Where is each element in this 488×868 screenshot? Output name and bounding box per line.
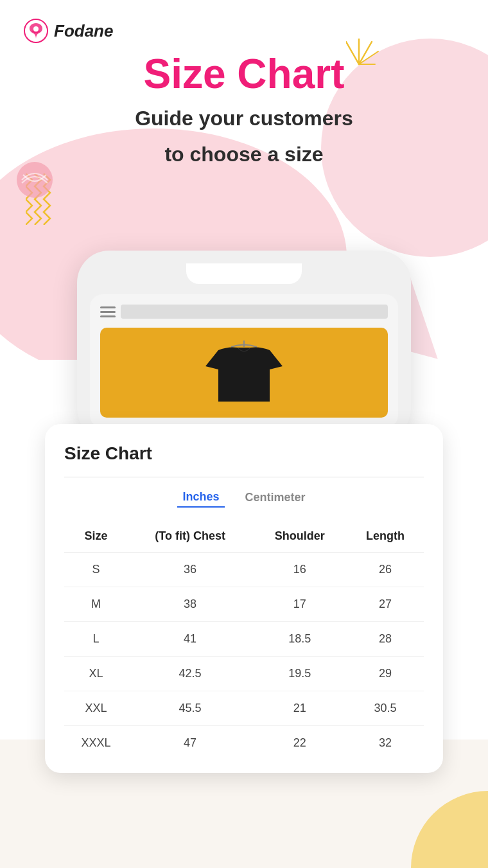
table-cell-1-0: M — [64, 587, 128, 622]
centimeter-button[interactable]: Centimeter — [240, 488, 311, 508]
hamburger-menu-icon — [100, 306, 116, 317]
logo-text: Fodane — [54, 21, 113, 41]
table-cell-5-2: 22 — [252, 726, 347, 761]
size-chart-card-title: Size Chart — [64, 443, 424, 464]
table-cell-4-0: XXL — [64, 691, 128, 726]
table-cell-4-1: 45.5 — [128, 691, 252, 726]
phone-mockup — [77, 251, 411, 441]
table-cell-3-1: 42.5 — [128, 657, 252, 691]
table-cell-4-2: 21 — [252, 691, 347, 726]
header: Fodane — [0, 0, 488, 44]
table-cell-3-3: 29 — [347, 657, 424, 691]
size-chart-card: Size Chart Inches Centimeter Size (To fi… — [45, 424, 443, 773]
table-cell-2-1: 41 — [128, 622, 252, 657]
table-row: XXL45.52130.5 — [64, 691, 424, 726]
tshirt-svg — [199, 337, 289, 408]
table-row: S361626 — [64, 553, 424, 587]
table-cell-0-0: S — [64, 553, 128, 587]
table-cell-0-2: 16 — [252, 553, 347, 587]
table-row: L4118.528 — [64, 622, 424, 657]
product-image — [100, 328, 388, 418]
table-cell-4-3: 30.5 — [347, 691, 424, 726]
phone-search-bar — [121, 305, 388, 319]
card-divider — [64, 477, 424, 477]
subtitle-line2: to choose a size — [0, 141, 488, 168]
logo: Fodane — [23, 18, 113, 44]
unit-toggle: Inches Centimeter — [64, 488, 424, 508]
col-chest: (To fit) Chest — [128, 520, 252, 553]
table-cell-0-3: 26 — [347, 553, 424, 587]
svg-line-3 — [346, 42, 359, 64]
phone-mockup-area — [26, 251, 462, 441]
table-cell-3-0: XL — [64, 657, 128, 691]
phone-notch — [186, 263, 302, 284]
table-cell-1-2: 17 — [252, 587, 347, 622]
col-length: Length — [347, 520, 424, 553]
inches-button[interactable]: Inches — [177, 488, 224, 508]
table-cell-3-2: 19.5 — [252, 657, 347, 691]
col-shoulder: Shoulder — [252, 520, 347, 553]
table-row: M381727 — [64, 587, 424, 622]
table-cell-2-0: L — [64, 622, 128, 657]
table-cell-1-3: 27 — [347, 587, 424, 622]
table-row: XL42.519.529 — [64, 657, 424, 691]
main-title: Size Chart — [144, 51, 345, 96]
table-header-row: Size (To fit) Chest Shoulder Length — [64, 520, 424, 553]
fodane-logo-icon — [23, 18, 49, 44]
col-size: Size — [64, 520, 128, 553]
table-cell-1-1: 38 — [128, 587, 252, 622]
sparkle-icon — [346, 39, 381, 71]
table-cell-2-2: 18.5 — [252, 622, 347, 657]
size-table: Size (To fit) Chest Shoulder Length S361… — [64, 520, 424, 760]
table-cell-2-3: 28 — [347, 622, 424, 657]
table-cell-5-1: 47 — [128, 726, 252, 761]
table-cell-5-0: XXXL — [64, 726, 128, 761]
phone-screen — [90, 294, 398, 428]
table-cell-0-1: 36 — [128, 553, 252, 587]
subtitle-line1: Guide your customers — [0, 105, 488, 132]
title-section: Size Chart Guide your customers to choos… — [0, 51, 488, 168]
table-cell-5-3: 32 — [347, 726, 424, 761]
svg-point-1 — [33, 26, 39, 31]
table-row: XXXL472232 — [64, 726, 424, 761]
phone-app-header — [100, 305, 388, 319]
svg-line-5 — [359, 42, 372, 64]
